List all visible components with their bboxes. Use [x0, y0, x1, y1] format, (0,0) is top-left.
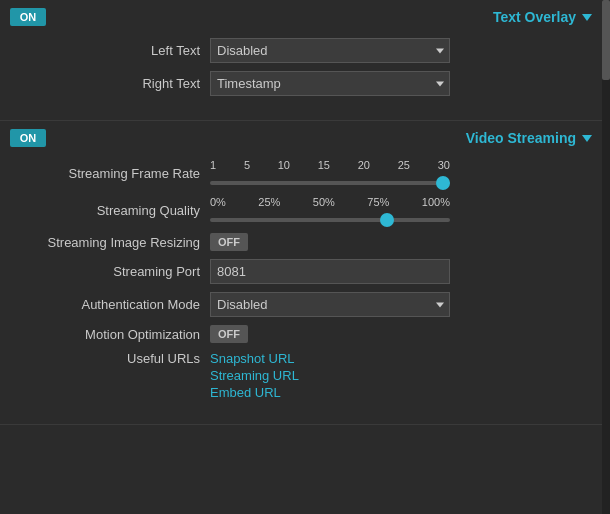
- scrollbar-thumb[interactable]: [602, 0, 610, 80]
- motion-optimization-control: OFF: [210, 325, 592, 343]
- tick-50pct: 50%: [313, 196, 335, 208]
- streaming-image-resizing-toggle[interactable]: OFF: [210, 233, 248, 251]
- text-overlay-header: ON Text Overlay: [0, 0, 602, 34]
- embed-url-link[interactable]: Embed URL: [210, 385, 592, 400]
- useful-urls-label: Useful URLs: [10, 351, 210, 366]
- video-streaming-title: Video Streaming: [466, 130, 592, 146]
- motion-optimization-label: Motion Optimization: [10, 327, 210, 342]
- text-overlay-toggle[interactable]: ON: [10, 8, 46, 26]
- right-text-label: Right Text: [10, 76, 210, 91]
- streaming-quality-control: 0% 25% 50% 75% 100%: [210, 196, 592, 225]
- authentication-mode-select-wrapper: Disabled Basic Digest: [210, 292, 450, 317]
- streaming-url-link[interactable]: Streaming URL: [210, 368, 592, 383]
- authentication-mode-label: Authentication Mode: [10, 297, 210, 312]
- streaming-quality-slider-container: 0% 25% 50% 75% 100%: [210, 196, 450, 225]
- streaming-frame-rate-slider-container: 1 5 10 15 20 25 30: [210, 159, 450, 188]
- video-streaming-header: ON Video Streaming: [0, 121, 602, 155]
- streaming-quality-slider[interactable]: [210, 218, 450, 222]
- tick-100pct: 100%: [422, 196, 450, 208]
- authentication-mode-row: Authentication Mode Disabled Basic Diges…: [10, 292, 592, 317]
- authentication-mode-select[interactable]: Disabled Basic Digest: [210, 292, 450, 317]
- left-text-select[interactable]: Disabled Timestamp Camera Name Custom: [210, 38, 450, 63]
- streaming-image-resizing-control: OFF: [210, 233, 592, 251]
- useful-urls-row: Useful URLs Snapshot URL Streaming URL E…: [10, 351, 592, 400]
- streaming-image-resizing-row: Streaming Image Resizing OFF: [10, 233, 592, 251]
- tick-15: 15: [318, 159, 330, 171]
- tick-10: 10: [278, 159, 290, 171]
- page-wrapper: ON Text Overlay Left Text Disabled Times…: [0, 0, 610, 514]
- text-overlay-form: Left Text Disabled Timestamp Camera Name…: [0, 34, 602, 110]
- scrollbar[interactable]: [602, 0, 610, 514]
- tick-25pct: 25%: [258, 196, 280, 208]
- streaming-port-label: Streaming Port: [10, 264, 210, 279]
- text-overlay-title: Text Overlay: [493, 9, 592, 25]
- snapshot-url-link[interactable]: Snapshot URL: [210, 351, 592, 366]
- streaming-port-control: [210, 259, 592, 284]
- streaming-port-input[interactable]: [210, 259, 450, 284]
- text-overlay-section: ON Text Overlay Left Text Disabled Times…: [0, 0, 602, 121]
- tick-20: 20: [358, 159, 370, 171]
- right-text-control: Disabled Timestamp Camera Name Custom: [210, 71, 592, 96]
- text-overlay-chevron-icon[interactable]: [582, 14, 592, 21]
- streaming-frame-rate-control: 1 5 10 15 20 25 30: [210, 159, 592, 188]
- motion-optimization-row: Motion Optimization OFF: [10, 325, 592, 343]
- streaming-quality-row: Streaming Quality 0% 25% 50% 75% 100%: [10, 196, 592, 225]
- text-overlay-title-label: Text Overlay: [493, 9, 576, 25]
- streaming-frame-rate-row: Streaming Frame Rate 1 5 10 15 20 25 30: [10, 159, 592, 188]
- video-streaming-chevron-icon[interactable]: [582, 135, 592, 142]
- tick-30: 30: [438, 159, 450, 171]
- authentication-mode-control: Disabled Basic Digest: [210, 292, 592, 317]
- tick-5: 5: [244, 159, 250, 171]
- streaming-frame-rate-tick-labels: 1 5 10 15 20 25 30: [210, 159, 450, 171]
- content-area: ON Text Overlay Left Text Disabled Times…: [0, 0, 602, 425]
- video-streaming-form: Streaming Frame Rate 1 5 10 15 20 25 30: [0, 155, 602, 414]
- tick-0pct: 0%: [210, 196, 226, 208]
- left-text-row: Left Text Disabled Timestamp Camera Name…: [10, 38, 592, 63]
- motion-optimization-toggle[interactable]: OFF: [210, 325, 248, 343]
- streaming-frame-rate-label: Streaming Frame Rate: [10, 166, 210, 181]
- tick-1: 1: [210, 159, 216, 171]
- right-text-select-wrapper: Disabled Timestamp Camera Name Custom: [210, 71, 450, 96]
- video-streaming-section: ON Video Streaming Streaming Frame Rate …: [0, 121, 602, 425]
- right-text-row: Right Text Disabled Timestamp Camera Nam…: [10, 71, 592, 96]
- left-text-control: Disabled Timestamp Camera Name Custom: [210, 38, 592, 63]
- right-text-select[interactable]: Disabled Timestamp Camera Name Custom: [210, 71, 450, 96]
- streaming-quality-label: Streaming Quality: [10, 203, 210, 218]
- video-streaming-toggle[interactable]: ON: [10, 129, 46, 147]
- tick-75pct: 75%: [367, 196, 389, 208]
- streaming-port-row: Streaming Port: [10, 259, 592, 284]
- streaming-image-resizing-label: Streaming Image Resizing: [10, 235, 210, 250]
- tick-25: 25: [398, 159, 410, 171]
- left-text-label: Left Text: [10, 43, 210, 58]
- left-text-select-wrapper: Disabled Timestamp Camera Name Custom: [210, 38, 450, 63]
- streaming-quality-tick-labels: 0% 25% 50% 75% 100%: [210, 196, 450, 208]
- useful-urls-control: Snapshot URL Streaming URL Embed URL: [210, 351, 592, 400]
- video-streaming-title-label: Video Streaming: [466, 130, 576, 146]
- streaming-frame-rate-slider[interactable]: [210, 181, 450, 185]
